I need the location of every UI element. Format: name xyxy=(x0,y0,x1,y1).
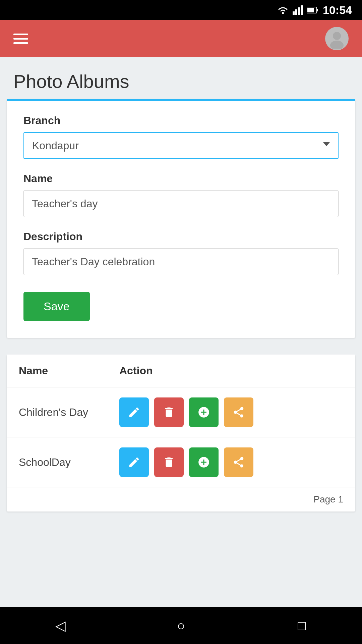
edit-button[interactable] xyxy=(119,397,149,427)
table-section: Name Action Children's DaySchoolDay Page… xyxy=(7,355,355,512)
name-input[interactable] xyxy=(23,190,339,217)
edit-button[interactable] xyxy=(119,447,149,477)
status-bar: ! 10:54 xyxy=(0,0,362,20)
table-row: Children's Day xyxy=(7,387,355,437)
add-button[interactable] xyxy=(189,447,219,477)
col-header-action: Action xyxy=(107,355,355,387)
branch-label: Branch xyxy=(23,114,339,127)
page-title: Photo Albums xyxy=(13,70,349,92)
branch-select[interactable]: Kondapur Hyderabad Bangalore xyxy=(23,132,339,159)
svg-rect-6 xyxy=(317,9,318,11)
bottom-nav: ◁ ○ □ xyxy=(0,607,362,644)
wifi-icon xyxy=(277,5,289,15)
recent-apps-button[interactable]: □ xyxy=(288,612,315,639)
toolbar xyxy=(0,20,362,57)
delete-button[interactable] xyxy=(154,397,184,427)
add-button[interactable] xyxy=(189,397,219,427)
signal-icon xyxy=(293,5,303,15)
name-label: Name xyxy=(23,172,339,185)
share-button[interactable] xyxy=(224,447,253,477)
data-table: Name Action Children's DaySchoolDay xyxy=(7,355,355,487)
table-cell-action xyxy=(107,387,355,437)
col-header-name: Name xyxy=(7,355,107,387)
form-card: Branch Kondapur Hyderabad Bangalore Name… xyxy=(7,99,355,338)
description-label: Description xyxy=(23,230,339,243)
status-icons: ! 10:54 xyxy=(277,4,352,17)
svg-point-0 xyxy=(282,12,284,14)
table-cell-action xyxy=(107,437,355,487)
svg-point-9 xyxy=(333,32,341,40)
svg-rect-4 xyxy=(301,5,303,15)
description-input[interactable] xyxy=(23,248,339,275)
svg-rect-3 xyxy=(298,7,300,15)
pagination-text: Page 1 xyxy=(313,494,343,504)
table-cell-name: Children's Day xyxy=(7,387,107,437)
avatar[interactable] xyxy=(325,27,349,50)
svg-text:!: ! xyxy=(308,8,309,12)
table-row: SchoolDay xyxy=(7,437,355,487)
name-group: Name xyxy=(23,172,339,217)
svg-point-10 xyxy=(330,41,344,49)
battery-icon: ! xyxy=(307,6,319,14)
hamburger-menu-button[interactable] xyxy=(13,34,28,44)
share-button[interactable] xyxy=(224,397,253,427)
svg-rect-1 xyxy=(293,11,295,15)
back-button[interactable]: ◁ xyxy=(47,612,74,639)
save-button[interactable]: Save xyxy=(23,292,90,321)
branch-group: Branch Kondapur Hyderabad Bangalore xyxy=(23,114,339,159)
svg-rect-2 xyxy=(295,9,297,15)
page-title-area: Photo Albums xyxy=(0,57,362,99)
table-cell-name: SchoolDay xyxy=(7,437,107,487)
pagination: Page 1 xyxy=(7,487,355,512)
description-group: Description xyxy=(23,230,339,275)
status-time: 10:54 xyxy=(323,4,352,17)
home-button[interactable]: ○ xyxy=(168,612,194,639)
delete-button[interactable] xyxy=(154,447,184,477)
